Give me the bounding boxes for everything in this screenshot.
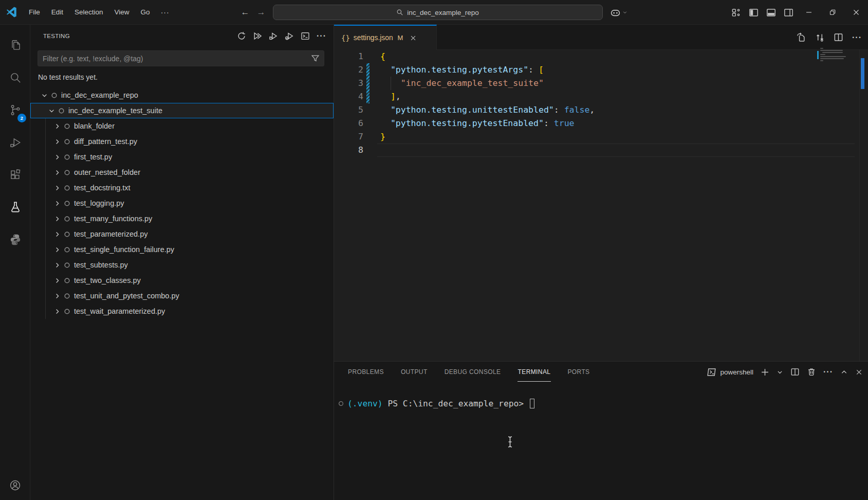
customize-layout-icon[interactable] <box>727 0 745 25</box>
chevron-right-icon[interactable] <box>52 168 62 176</box>
copilot-menu[interactable] <box>610 7 627 18</box>
terminal-shell-chip[interactable]: powershell <box>707 367 753 377</box>
code-lines: 1{2 "python.testing.pytestArgs": [3 "inc… <box>334 50 868 157</box>
menu-overflow-icon[interactable]: ··· <box>156 6 175 19</box>
refresh-tests-icon[interactable] <box>237 31 246 41</box>
chevron-right-icon[interactable] <box>52 122 62 130</box>
test-tree-item-outer_nested_folder[interactable]: outer_nested_folder <box>30 165 334 180</box>
code-line-5[interactable]: 5 "python.testing.unittestEnabled": fals… <box>334 103 868 117</box>
run-all-tests-icon[interactable] <box>253 31 262 41</box>
panel-tab-debug-console[interactable]: DEBUG CONSOLE <box>444 363 502 382</box>
terminal-prompt-line: (.venv) PS C:\inc_dec_example_repo> <box>338 399 868 408</box>
command-decoration-icon[interactable] <box>338 401 344 406</box>
navigate-forward-icon[interactable]: → <box>257 7 266 17</box>
test-tree-item-first_test.py[interactable]: first_test.py <box>30 149 334 165</box>
terminal[interactable]: (.venv) PS C:\inc_dec_example_repo> <box>334 382 868 408</box>
test-tree-item-test_unit_and_pytest_combo.py[interactable]: test_unit_and_pytest_combo.py <box>30 288 334 303</box>
minimize-window-icon[interactable] <box>797 0 821 25</box>
tab-modified-badge: M <box>398 34 403 42</box>
more-actions-icon[interactable]: ··· <box>317 31 326 41</box>
test-tree-item-diff_pattern_test.py[interactable]: diff_pattern_test.py <box>30 134 334 149</box>
new-terminal-icon[interactable] <box>761 368 769 377</box>
more-actions-icon[interactable]: ··· <box>823 367 833 377</box>
test-tree-item-test_logging.py[interactable]: test_logging.py <box>30 195 334 211</box>
search-view-icon[interactable] <box>0 64 30 91</box>
split-editor-icon[interactable] <box>834 32 843 42</box>
code-editor[interactable]: 1{2 "python.testing.pytestArgs": [3 "inc… <box>334 50 868 361</box>
restore-window-icon[interactable] <box>821 0 844 25</box>
test-tree-item-inc_dec_example_repo[interactable]: inc_dec_example_repo <box>30 87 334 103</box>
maximize-panel-icon[interactable] <box>840 368 848 376</box>
command-center-search[interactable]: inc_dec_example_repo <box>273 5 603 20</box>
chevron-right-icon[interactable] <box>52 276 62 284</box>
chevron-right-icon[interactable] <box>52 153 62 161</box>
python-icon[interactable] <box>0 226 30 253</box>
open-changes-icon[interactable] <box>797 32 806 42</box>
close-window-icon[interactable] <box>844 0 868 25</box>
source-control-icon[interactable]: 2 <box>0 97 30 123</box>
chevron-right-icon[interactable] <box>52 245 62 254</box>
chevron-right-icon[interactable] <box>52 292 62 300</box>
chevron-right-icon[interactable] <box>52 199 62 207</box>
tab-settings-json[interactable]: {} settings.json M <box>334 25 437 50</box>
git-compare-icon[interactable] <box>815 32 825 42</box>
menu-go[interactable]: Go <box>135 6 156 18</box>
overview-ruler-modified-marks[interactable] <box>861 58 864 89</box>
menu-selection[interactable]: Selection <box>69 6 109 18</box>
code-line-4[interactable]: 4 ], <box>334 90 868 103</box>
account-icon[interactable] <box>0 473 30 497</box>
chevron-right-icon[interactable] <box>52 261 62 269</box>
test-tree-item-test_wait_parameterized.py[interactable]: test_wait_parameterized.py <box>30 303 334 319</box>
code-line-8[interactable]: 8 <box>334 144 868 157</box>
tree-item-label: test_unit_and_pytest_combo.py <box>74 292 179 300</box>
toggle-primary-sidebar-icon[interactable] <box>745 0 762 25</box>
chevron-right-icon[interactable] <box>52 137 62 146</box>
explorer-icon[interactable] <box>0 32 30 59</box>
test-tree-item-test_two_classes.py[interactable]: test_two_classes.py <box>30 273 334 288</box>
split-terminal-icon[interactable] <box>790 367 800 377</box>
run-and-debug-icon[interactable] <box>0 129 30 156</box>
test-filter-input[interactable] <box>43 55 311 63</box>
test-tree-item-test_docstring.txt[interactable]: test_docstring.txt <box>30 180 334 195</box>
chevron-right-icon[interactable] <box>52 184 62 192</box>
code-text: ], <box>380 90 401 103</box>
tab-close-icon[interactable] <box>410 34 417 42</box>
panel-tab-terminal[interactable]: TERMINAL <box>518 363 551 382</box>
panel-tab-output[interactable]: OUTPUT <box>400 363 428 382</box>
test-tree-item-test_subtests.py[interactable]: test_subtests.py <box>30 257 334 273</box>
chevron-down-icon[interactable] <box>47 106 56 115</box>
chevron-down-icon[interactable] <box>40 91 49 99</box>
code-line-1[interactable]: 1{ <box>334 50 868 63</box>
chevron-right-icon[interactable] <box>52 215 62 223</box>
test-tree-item-inc_dec_example_test_suite[interactable]: inc_dec_example_test_suite <box>30 103 334 118</box>
toggle-panel-icon[interactable] <box>762 0 780 25</box>
test-tree-item-blank_folder[interactable]: blank_folder <box>30 118 334 134</box>
menu-edit[interactable]: Edit <box>46 6 69 18</box>
test-tree-item-test_single_function_failure.py[interactable]: test_single_function_failure.py <box>30 242 334 257</box>
minimap[interactable] <box>820 48 847 62</box>
chevron-right-icon[interactable] <box>52 230 62 238</box>
menu-file[interactable]: File <box>23 6 46 18</box>
extensions-icon[interactable] <box>0 162 30 188</box>
testing-icon[interactable] <box>0 194 30 221</box>
panel-tab-problems[interactable]: PROBLEMS <box>347 363 384 382</box>
navigate-back-icon[interactable]: ← <box>241 7 250 17</box>
debug-all-tests-icon[interactable] <box>269 31 278 41</box>
toggle-secondary-sidebar-icon[interactable] <box>780 0 797 25</box>
show-test-output-icon[interactable] <box>301 31 310 41</box>
code-line-7[interactable]: 7} <box>334 130 868 144</box>
test-tree-item-test_many_functions.py[interactable]: test_many_functions.py <box>30 211 334 226</box>
code-line-3[interactable]: 3 "inc_dec_example_test_suite" <box>334 77 868 90</box>
panel-tab-ports[interactable]: PORTS <box>567 363 590 382</box>
more-actions-icon[interactable]: ··· <box>852 33 862 42</box>
run-tests-with-coverage-icon[interactable] <box>285 31 294 41</box>
code-line-6[interactable]: 6 "python.testing.pytestEnabled": true <box>334 117 868 130</box>
kill-terminal-icon[interactable] <box>807 367 816 377</box>
launch-profile-chevron-icon[interactable] <box>777 369 783 376</box>
test-tree-item-test_parameterized.py[interactable]: test_parameterized.py <box>30 226 334 242</box>
filter-icon[interactable] <box>311 54 320 63</box>
menu-view[interactable]: View <box>109 6 135 18</box>
chevron-right-icon[interactable] <box>52 307 62 315</box>
code-line-2[interactable]: 2 "python.testing.pytestArgs": [ <box>334 63 868 77</box>
close-panel-icon[interactable] <box>855 368 863 376</box>
